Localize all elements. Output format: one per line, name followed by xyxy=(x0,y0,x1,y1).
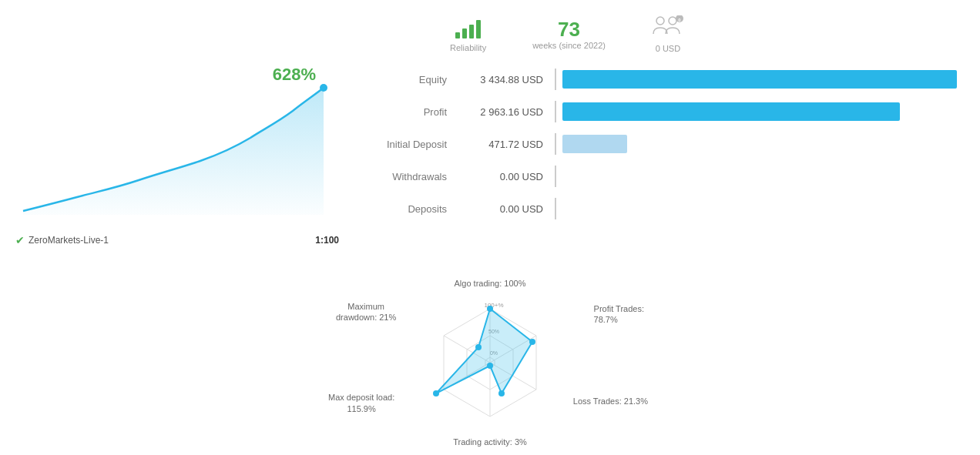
algo-trading-label: Algo trading: 100% xyxy=(455,278,526,289)
line-chart-svg xyxy=(15,72,331,222)
deposits-label: Deposits xyxy=(354,203,447,215)
svg-point-15 xyxy=(487,306,493,312)
account-name-text: ZeroMarkets-Live-1 xyxy=(29,235,109,246)
top-stats: Reliability 73 weeks (since 2022) 0 xyxy=(15,8,965,65)
people-svg: 0 xyxy=(652,15,684,37)
deposit-bar xyxy=(562,135,627,153)
metric-row-withdrawals: Withdrawals 0.00 USD xyxy=(354,166,965,187)
bar-chart-icon xyxy=(455,17,481,38)
profit-label: Profit xyxy=(354,106,447,118)
withdrawals-bar-container xyxy=(555,166,965,187)
content-row: 628% xyxy=(15,65,965,278)
people-icon: 0 xyxy=(652,15,684,39)
svg-point-16 xyxy=(529,339,535,345)
svg-point-18 xyxy=(487,363,493,369)
svg-text:100+%: 100+% xyxy=(484,302,503,309)
reliability-block: Reliability xyxy=(450,17,486,52)
account-name-block: ✔ ZeroMarkets-Live-1 xyxy=(15,234,109,246)
radar-container: Algo trading: 100% Profit Trades:78.7% L… xyxy=(344,282,636,443)
metric-row-equity: Equity 3 434.88 USD xyxy=(354,69,965,90)
svg-point-4 xyxy=(320,84,327,92)
metric-row-deposit: Initial Deposit 471.72 USD xyxy=(354,133,965,155)
bar1 xyxy=(455,32,460,38)
deposits-value: 0.00 USD xyxy=(458,203,543,215)
profit-value: 2 963.16 USD xyxy=(458,106,543,118)
account-info: ✔ ZeroMarkets-Live-1 1:100 xyxy=(15,234,339,246)
bar3 xyxy=(469,25,474,38)
deposit-label: Initial Deposit xyxy=(354,139,447,150)
deposit-bar-container xyxy=(555,133,965,155)
left-panel: 628% xyxy=(15,65,339,278)
line-chart-container xyxy=(15,72,339,226)
radar-svg: 100+% 50% 0% xyxy=(405,293,575,432)
deposit-value: 471.72 USD xyxy=(458,139,543,150)
svg-point-20 xyxy=(475,344,482,350)
profit-bar-container xyxy=(555,101,965,122)
right-panel: Equity 3 434.88 USD Profit 2 963.16 USD … xyxy=(354,65,965,278)
svg-point-0 xyxy=(656,17,664,25)
equity-value: 3 434.88 USD xyxy=(458,74,543,85)
weeks-block: 73 weeks (since 2022) xyxy=(532,19,606,50)
equity-bar-container xyxy=(555,69,965,90)
main-container: Reliability 73 weeks (since 2022) 0 xyxy=(0,0,980,455)
loss-trades-label: Loss Trades: 21.3% xyxy=(573,396,648,406)
svg-point-19 xyxy=(433,390,439,396)
equity-bar xyxy=(562,70,957,89)
followers-label: 0 USD xyxy=(656,44,680,53)
followers-block: 0 0 USD xyxy=(652,15,684,53)
withdrawals-value: 0.00 USD xyxy=(458,171,543,182)
profit-bar xyxy=(562,102,900,121)
profit-trades-label: Profit Trades:78.7% xyxy=(594,303,644,326)
svg-point-17 xyxy=(498,390,505,396)
metric-row-deposits: Deposits 0.00 USD xyxy=(354,198,965,219)
svg-marker-14 xyxy=(436,309,532,393)
bottom-row: Algo trading: 100% Profit Trades:78.7% L… xyxy=(15,278,965,447)
bar2 xyxy=(462,28,467,38)
bar4 xyxy=(476,20,481,38)
max-deposit-label: Max deposit load:115.9% xyxy=(328,392,394,414)
trading-activity-label: Trading activity: 3% xyxy=(453,437,527,447)
weeks-value: 73 xyxy=(558,19,580,39)
withdrawals-label: Withdrawals xyxy=(354,171,447,182)
deposits-bar-container xyxy=(555,198,965,219)
leverage-value: 1:100 xyxy=(315,235,339,246)
metric-row-profit: Profit 2 963.16 USD xyxy=(354,101,965,122)
equity-label: Equity xyxy=(354,74,447,85)
reliability-label: Reliability xyxy=(450,43,486,52)
svg-point-1 xyxy=(669,17,676,25)
verified-icon: ✔ xyxy=(15,234,25,246)
weeks-label: weeks (since 2022) xyxy=(532,41,606,50)
max-drawdown-label: Maximumdrawdown: 21% xyxy=(336,301,396,323)
